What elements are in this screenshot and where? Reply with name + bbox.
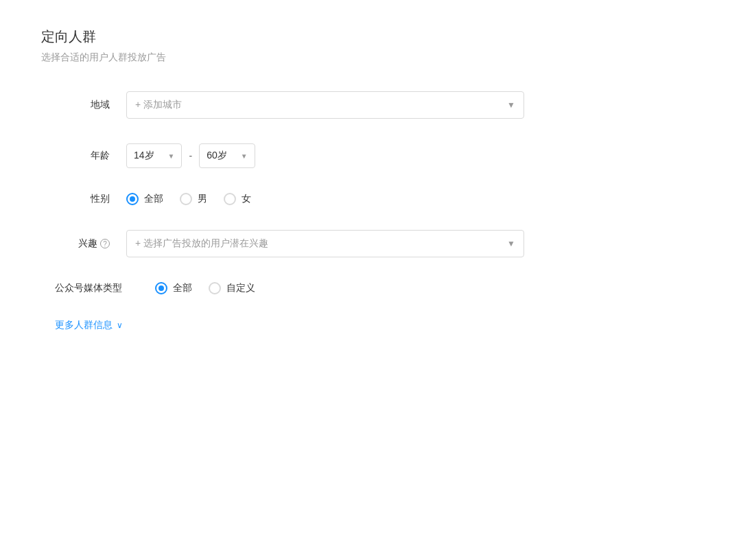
gender-option-all[interactable]: 全部 bbox=[126, 193, 163, 205]
location-dropdown-arrow: ▼ bbox=[507, 100, 515, 110]
gender-label-female: 女 bbox=[242, 193, 251, 205]
interest-help-icon[interactable]: ? bbox=[100, 239, 110, 248]
age-from-select[interactable]: 14岁 ▼ bbox=[126, 143, 182, 168]
age-to-arrow: ▼ bbox=[241, 152, 248, 160]
media-type-label-all: 全部 bbox=[173, 282, 192, 294]
media-type-radio-group: 全部 自定义 bbox=[155, 282, 255, 294]
interest-dropdown[interactable]: + 选择广告投放的用户潜在兴趣 ▼ bbox=[126, 230, 524, 257]
interest-label: 兴趣 ? bbox=[55, 237, 110, 250]
location-dropdown[interactable]: + 添加城市 ▼ bbox=[126, 91, 524, 119]
age-from-value: 14岁 bbox=[134, 150, 154, 162]
media-type-radio-all-dot bbox=[158, 285, 164, 291]
age-from-arrow: ▼ bbox=[168, 152, 175, 160]
more-info-link[interactable]: 更多人群信息 ∨ bbox=[55, 319, 700, 331]
page-title: 定向人群 bbox=[41, 27, 700, 46]
location-row: 地域 + 添加城市 ▼ bbox=[55, 91, 700, 119]
gender-row: 性别 全部 男 女 bbox=[55, 193, 700, 205]
media-type-row: 公众号媒体类型 全部 自定义 bbox=[55, 282, 700, 294]
interest-dropdown-arrow: ▼ bbox=[507, 239, 515, 248]
page-subtitle: 选择合适的用户人群投放广告 bbox=[41, 51, 700, 64]
gender-label-all: 全部 bbox=[144, 193, 163, 205]
media-type-option-custom[interactable]: 自定义 bbox=[209, 282, 255, 294]
age-label: 年龄 bbox=[55, 150, 110, 162]
chevron-down-icon: ∨ bbox=[117, 320, 123, 330]
location-placeholder: + 添加城市 bbox=[135, 99, 182, 111]
media-type-label-custom: 自定义 bbox=[226, 282, 255, 294]
gender-radio-all[interactable] bbox=[126, 193, 139, 205]
media-type-radio-all[interactable] bbox=[155, 282, 167, 294]
gender-option-male[interactable]: 男 bbox=[180, 193, 207, 205]
media-type-label: 公众号媒体类型 bbox=[55, 282, 122, 294]
media-type-option-all[interactable]: 全部 bbox=[155, 282, 192, 294]
interest-placeholder: + 选择广告投放的用户潜在兴趣 bbox=[135, 237, 268, 250]
gender-radio-group: 全部 男 女 bbox=[126, 193, 251, 205]
age-row: 年龄 14岁 ▼ - 60岁 ▼ bbox=[55, 143, 700, 168]
interest-row: 兴趣 ? + 选择广告投放的用户潜在兴趣 ▼ bbox=[55, 230, 700, 257]
gender-label: 性别 bbox=[55, 193, 110, 205]
age-separator: - bbox=[189, 150, 192, 161]
age-to-value: 60岁 bbox=[207, 150, 227, 162]
media-type-radio-custom[interactable] bbox=[209, 282, 221, 294]
age-to-select[interactable]: 60岁 ▼ bbox=[199, 143, 255, 168]
gender-option-female[interactable]: 女 bbox=[224, 193, 251, 205]
gender-radio-male[interactable] bbox=[180, 193, 192, 205]
gender-radio-all-dot bbox=[130, 196, 135, 202]
location-label: 地域 bbox=[55, 99, 110, 111]
more-info-text: 更多人群信息 bbox=[55, 319, 113, 331]
gender-label-male: 男 bbox=[198, 193, 207, 205]
gender-radio-female[interactable] bbox=[224, 193, 236, 205]
